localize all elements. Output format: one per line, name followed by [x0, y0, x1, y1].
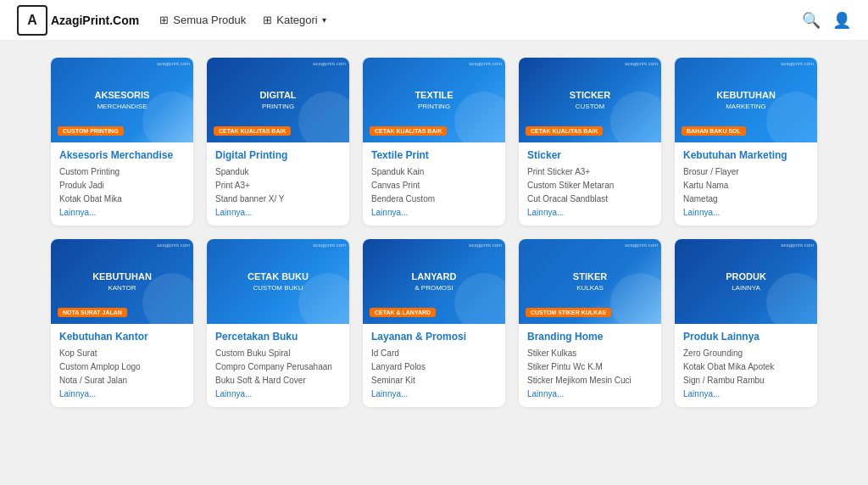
shape-decoration	[454, 92, 505, 142]
product-item: Print Sticker A3+	[527, 165, 653, 179]
product-more-5[interactable]: Lainnya...	[59, 389, 185, 399]
product-card-4[interactable]: azagiprint.com KEBUTUHAN MARKETING BAHAN…	[675, 58, 817, 226]
header-actions: 🔍 👤	[802, 11, 851, 30]
shop-button[interactable]: BAHAN BAKU SOL	[682, 126, 746, 136]
product-info-2: Textile Print Spanduk KainCanvas PrintBe…	[363, 142, 505, 226]
product-more-4[interactable]: Lainnya...	[683, 208, 809, 217]
product-item: Stiker Pintu Wc K.M	[527, 360, 653, 374]
product-image-4: azagiprint.com KEBUTUHAN MARKETING BAHAN…	[675, 58, 817, 142]
product-item: Produk Jadi	[59, 179, 185, 192]
image-label: AKSESORIS MERCHANDISE	[90, 84, 155, 117]
search-icon[interactable]: 🔍	[802, 11, 821, 30]
shop-button[interactable]: CETAK KUALITAS BAIK	[526, 126, 603, 136]
product-info-9: Produk Lainnya Zero GroundingKotak Obat …	[675, 324, 817, 407]
product-item: Sticker Mejikom Mesin Cuci	[527, 374, 653, 387]
image-label: CETAK BUKU CUSTOM BUKU	[242, 265, 314, 298]
product-item: Spanduk Kain	[371, 165, 497, 179]
product-info-3: Sticker Print Sticker A3+Custom Stiker M…	[519, 142, 661, 226]
image-label: STICKER CUSTOM	[565, 84, 615, 117]
product-card-2[interactable]: azagiprint.com TEXTILE PRINTING CETAK KU…	[363, 58, 505, 226]
header: A AzagiPrint.Com ⊞ Semua Produk ⊞ Katego…	[0, 0, 868, 41]
nav-semua-produk[interactable]: ⊞ Semua Produk	[159, 14, 246, 26]
image-label: KEBUTUHAN MARKETING	[711, 84, 781, 117]
product-item: Seminar Kit	[371, 374, 497, 387]
product-card-9[interactable]: azagiprint.com PRODUK LAINNYA Produk Lai…	[675, 239, 817, 407]
product-image-5: azagiprint.com KEBUTUHAN KANTOR NOTA SUR…	[51, 239, 193, 324]
product-title-8: Branding Home	[527, 331, 653, 343]
product-image-7: azagiprint.com LANYARD & PROMOSI CETAK &…	[363, 239, 505, 324]
product-item: Custom Buku Spiral	[215, 347, 341, 360]
product-image-9: azagiprint.com PRODUK LAINNYA	[675, 239, 817, 324]
shape-decoration	[766, 273, 817, 324]
product-title-5: Kebutuhan Kantor	[59, 331, 185, 343]
product-items-6: Custom Buku SpiralCompro Company Perusah…	[215, 347, 341, 387]
product-image-6: azagiprint.com CETAK BUKU CUSTOM BUKU	[207, 239, 349, 324]
product-item: Brosur / Flayer	[683, 165, 809, 179]
nav-kategori-label: Kategori	[276, 14, 317, 26]
product-items-7: Id CardLanyard PolosSeminar Kit	[371, 347, 497, 387]
product-more-7[interactable]: Lainnya...	[371, 389, 497, 399]
product-title-3: Sticker	[527, 149, 653, 161]
product-more-9[interactable]: Lainnya...	[683, 389, 809, 399]
shop-button[interactable]: CUSTOM STIKER KULKAS	[526, 308, 611, 317]
image-label: STIKER KULKAS	[568, 265, 612, 298]
product-items-1: SpandukPrint A3+Stand banner X/ Y	[215, 165, 341, 206]
product-more-3[interactable]: Lainnya...	[527, 208, 653, 217]
product-item: Id Card	[371, 347, 497, 360]
product-card-1[interactable]: azagiprint.com DIGITAL PRINTING CETAK KU…	[207, 58, 349, 226]
product-card-6[interactable]: azagiprint.com CETAK BUKU CUSTOM BUKU Pe…	[207, 239, 349, 407]
image-label: PRODUK LAINNYA	[721, 265, 771, 298]
shop-button[interactable]: CETAK & LANYARD	[370, 308, 436, 317]
product-title-4: Kebutuhan Marketing	[683, 149, 809, 161]
domain-label: azagiprint.com	[625, 242, 658, 248]
shop-button[interactable]: CUSTOM PRINTING	[58, 126, 124, 136]
product-more-1[interactable]: Lainnya...	[215, 208, 341, 217]
domain-label: azagiprint.com	[313, 242, 346, 248]
product-info-6: Percetakan Buku Custom Buku SpiralCompro…	[207, 324, 349, 407]
domain-label: azagiprint.com	[781, 242, 814, 248]
image-label: LANYARD & PROMOSI	[407, 265, 462, 298]
product-card-8[interactable]: azagiprint.com STIKER KULKAS CUSTOM STIK…	[519, 239, 661, 407]
product-title-1: Digital Printing	[215, 149, 341, 161]
product-item: Kotak Obat Mika Apotek	[683, 360, 809, 374]
shop-button[interactable]: CETAK KUALITAS BAIK	[370, 126, 447, 136]
product-card-5[interactable]: azagiprint.com KEBUTUHAN KANTOR NOTA SUR…	[51, 239, 193, 407]
product-more-2[interactable]: Lainnya...	[371, 208, 497, 217]
domain-label: azagiprint.com	[157, 242, 190, 248]
product-item: Nametag	[683, 192, 809, 206]
product-item: Kop Surat	[59, 347, 185, 360]
product-card-3[interactable]: azagiprint.com STICKER CUSTOM CETAK KUAL…	[519, 58, 661, 226]
product-image-3: azagiprint.com STICKER CUSTOM CETAK KUAL…	[519, 58, 661, 142]
product-more-0[interactable]: Lainnya...	[59, 208, 185, 217]
shape-decoration	[454, 273, 505, 324]
product-info-7: Layanan & Promosi Id CardLanyard PolosSe…	[363, 324, 505, 407]
logo-area[interactable]: A AzagiPrint.Com	[17, 5, 139, 36]
product-card-0[interactable]: azagiprint.com AKSESORIS MERCHANDISE CUS…	[51, 58, 193, 226]
product-item: Canvas Print	[371, 179, 497, 192]
domain-label: azagiprint.com	[313, 61, 346, 66]
nav-kategori[interactable]: ⊞ Kategori ▾	[263, 14, 326, 26]
product-item: Lanyard Polos	[371, 360, 497, 374]
product-item: Compro Company Perusahaan	[215, 360, 341, 374]
product-card-7[interactable]: azagiprint.com LANYARD & PROMOSI CETAK &…	[363, 239, 505, 407]
product-image-1: azagiprint.com DIGITAL PRINTING CETAK KU…	[207, 58, 349, 142]
product-more-8[interactable]: Lainnya...	[527, 389, 653, 399]
domain-label: azagiprint.com	[469, 61, 502, 66]
domain-label: azagiprint.com	[157, 61, 190, 66]
domain-label: azagiprint.com	[781, 61, 814, 66]
product-item: Cut Oracal Sandblast	[527, 192, 653, 206]
product-item: Stiker Kulkas	[527, 347, 653, 360]
product-item: Kotak Obat Mika	[59, 192, 185, 206]
product-title-2: Textile Print	[371, 149, 497, 161]
user-icon[interactable]: 👤	[832, 11, 851, 30]
product-items-3: Print Sticker A3+Custom Stiker MetaranCu…	[527, 165, 653, 206]
shop-button[interactable]: CETAK KUALITAS BAIK	[214, 126, 291, 136]
product-title-9: Produk Lainnya	[683, 331, 809, 343]
product-items-8: Stiker KulkasStiker Pintu Wc K.MSticker …	[527, 347, 653, 387]
product-item: Custom Amplop Logo	[59, 360, 185, 374]
product-more-6[interactable]: Lainnya...	[215, 389, 341, 399]
image-label: KEBUTUHAN KANTOR	[87, 265, 157, 298]
shop-button[interactable]: NOTA SURAT JALAN	[58, 308, 127, 317]
product-image-0: azagiprint.com AKSESORIS MERCHANDISE CUS…	[51, 58, 193, 142]
product-title-0: Aksesoris Merchandise	[59, 149, 185, 161]
